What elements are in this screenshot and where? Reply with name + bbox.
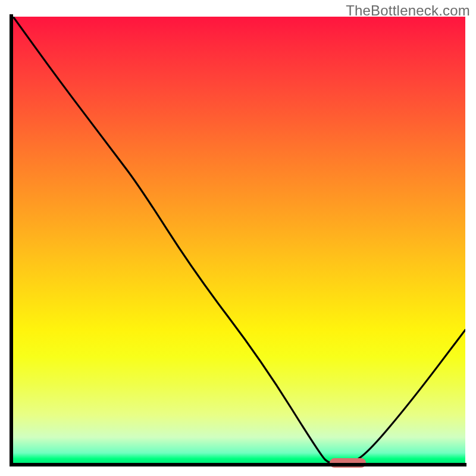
watermark-text: TheBottleneck.com (346, 2, 470, 19)
curve-path (13, 17, 465, 464)
chart-frame: TheBottleneck.com (0, 0, 476, 476)
bottleneck-curve (13, 17, 465, 464)
x-axis (10, 463, 466, 466)
y-axis (10, 14, 13, 466)
